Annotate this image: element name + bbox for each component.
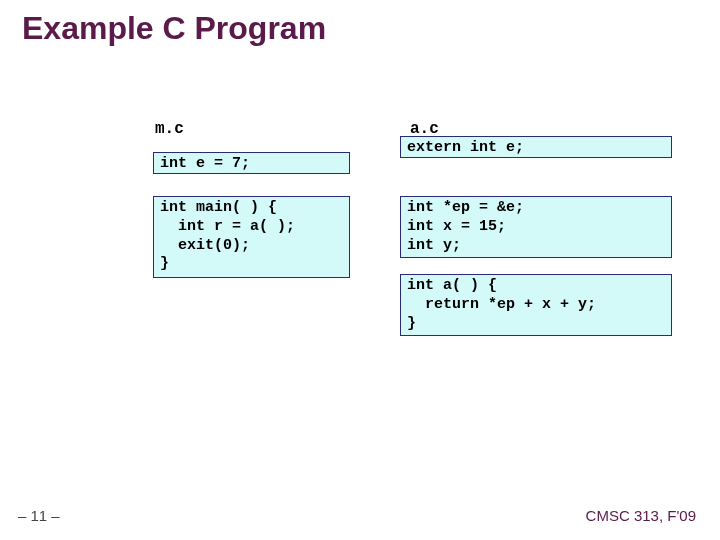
code-m-declaration: int e = 7;	[153, 152, 350, 174]
code-a-extern: extern int e;	[400, 136, 672, 158]
page-number: – 11 –	[18, 507, 60, 524]
slide-title: Example C Program	[22, 10, 326, 47]
code-a-declarations: int *ep = &e; int x = 15; int y;	[400, 196, 672, 258]
filename-m: m.c	[155, 120, 184, 138]
code-m-main: int main( ) { int r = a( ); exit(0); }	[153, 196, 350, 278]
code-a-function: int a( ) { return *ep + x + y; }	[400, 274, 672, 336]
course-id: CMSC 313, F'09	[586, 507, 696, 524]
